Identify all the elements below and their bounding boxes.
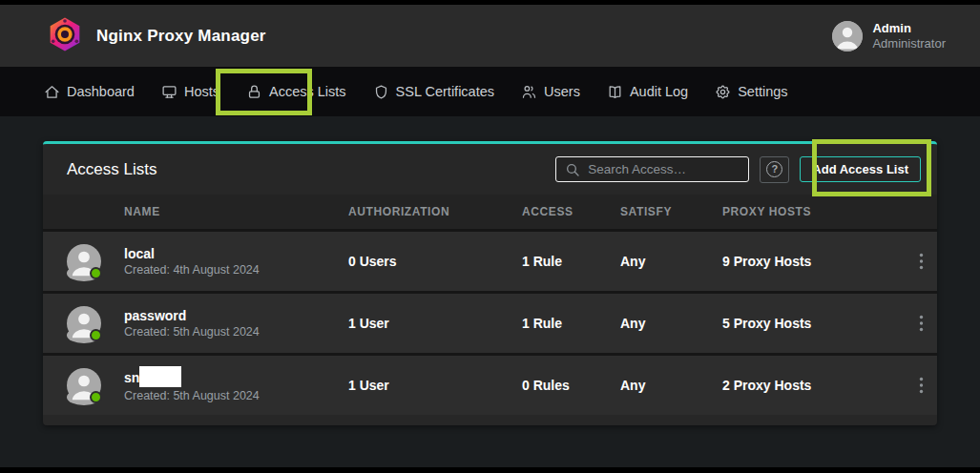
proxy-hosts-value: 5 Proxy Hosts [722,316,905,331]
nav-label: Hosts [184,84,219,99]
proxy-hosts-value: 2 Proxy Hosts [722,378,905,393]
authorization-value: 0 Users [348,254,522,269]
lock-icon [246,84,262,100]
column-header-access: ACCESS [522,205,620,218]
search-icon [565,162,580,181]
authorization-value: 1 User [348,316,522,331]
row-avatar [67,306,101,340]
app-header: Nginx Proxy Manager Admin Administrator [0,5,980,67]
redaction-box [139,366,181,387]
column-header-name: NAME [124,205,348,218]
monitor-icon [161,84,177,100]
table-header-row: NAME AUTHORIZATION ACCESS SATISFY PROXY … [43,195,937,229]
users-icon [521,84,537,100]
column-header-satisfy: SATISFY [620,205,722,218]
user-role: Administrator [872,36,946,51]
access-value: 1 Rule [522,254,620,269]
access-lists-panel: Access Lists ? Add Access List NAME AUTH… [43,141,937,425]
app-logo-icon [46,15,84,57]
nav-label: Dashboard [67,84,135,99]
user-avatar-icon [832,21,863,51]
row-actions-menu-icon[interactable] [913,311,929,336]
search-box [555,156,749,182]
nav-label: Users [544,84,580,99]
access-list-name: sn [124,367,348,388]
column-header-proxy-hosts: PROXY HOSTS [722,205,905,218]
created-date: Created: 5th August 2024 [124,388,348,404]
access-value: 1 Rule [522,316,620,331]
satisfy-value: Any [620,254,722,269]
status-online-dot [90,391,102,403]
user-menu[interactable]: Admin Administrator [832,21,946,51]
table-row[interactable]: local Created: 4th August 2024 0 Users 1… [43,229,937,291]
nav-label: Settings [738,84,787,99]
status-online-dot [90,267,102,279]
app-title: Nginx Proxy Manager [96,27,266,46]
satisfy-value: Any [620,316,722,331]
add-access-list-button[interactable]: Add Access List [800,156,921,182]
table-row[interactable]: sn Created: 5th August 2024 1 User 0 Rul… [43,353,937,415]
shield-icon [373,84,389,100]
home-icon [44,84,60,100]
bottom-border-strip [0,467,980,473]
panel-header: Access Lists ? Add Access List [43,144,937,195]
brand: Nginx Proxy Manager [46,15,266,57]
nav-item-users[interactable]: Users [519,78,582,106]
page-background: Nginx Proxy Manager Admin Administrator … [0,0,980,473]
nav-item-ssl-certificates[interactable]: SSL Certificates [371,78,496,106]
proxy-hosts-value: 9 Proxy Hosts [722,254,905,269]
help-icon: ? [766,161,782,177]
nav-item-hosts[interactable]: Hosts [159,78,221,106]
page-title: Access Lists [67,160,156,179]
book-icon [607,84,623,100]
row-actions-menu-icon[interactable] [913,249,929,274]
search-input[interactable] [556,157,748,181]
access-value: 0 Rules [522,378,620,393]
row-avatar [67,244,101,278]
nav-label: SSL Certificates [396,84,494,99]
gear-icon [715,84,731,100]
main-nav: Dashboard Hosts Access Lists SSL Certifi… [0,67,980,116]
nav-label: Audit Log [630,84,688,99]
user-name: Admin [872,21,946,36]
nav-label: Access Lists [269,84,346,99]
authorization-value: 1 User [348,378,522,393]
nav-item-access-lists[interactable]: Access Lists [244,78,348,106]
table-row[interactable]: password Created: 5th August 2024 1 User… [43,291,937,353]
access-list-name: local [124,245,348,262]
row-avatar [67,368,101,402]
row-actions-menu-icon[interactable] [913,373,929,398]
help-button[interactable]: ? [760,156,789,183]
column-header-authorization: AUTHORIZATION [348,205,522,218]
nav-item-audit-log[interactable]: Audit Log [605,78,690,106]
created-date: Created: 4th August 2024 [124,262,348,278]
access-list-name: password [124,307,348,324]
status-online-dot [90,329,102,341]
satisfy-value: Any [620,378,722,393]
nav-item-settings[interactable]: Settings [713,78,789,106]
created-date: Created: 5th August 2024 [124,324,348,340]
nav-item-dashboard[interactable]: Dashboard [42,78,136,106]
